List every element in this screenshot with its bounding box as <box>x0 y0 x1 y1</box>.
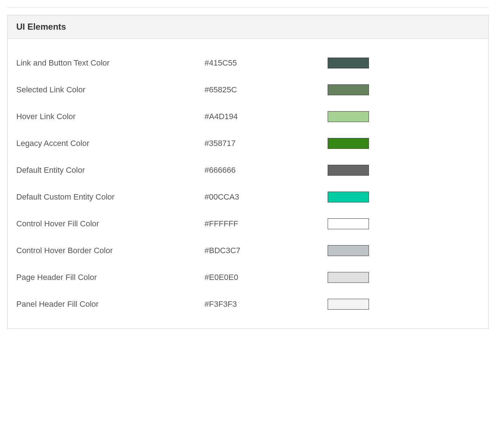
color-row-legacy-accent: Legacy Accent Color #358717 <box>16 130 480 157</box>
color-swatch[interactable] <box>328 84 369 95</box>
color-label: Legacy Accent Color <box>16 139 205 148</box>
color-value: #358717 <box>205 139 328 148</box>
ui-elements-panel: UI Elements Link and Button Text Color #… <box>7 15 489 329</box>
color-value: #FFFFFF <box>205 219 328 229</box>
color-label: Panel Header Fill Color <box>16 300 205 309</box>
color-value: #00CCA3 <box>205 192 328 202</box>
color-value: #BDC3C7 <box>205 246 328 255</box>
color-swatch[interactable] <box>328 58 369 68</box>
panel-header: UI Elements <box>8 15 488 39</box>
color-swatch[interactable] <box>328 218 369 229</box>
color-swatch[interactable] <box>328 245 369 256</box>
top-divider <box>7 7 489 8</box>
color-value: #E0E0E0 <box>205 273 328 282</box>
color-value: #F3F3F3 <box>205 300 328 309</box>
color-label: Page Header Fill Color <box>16 273 205 282</box>
panel-title: UI Elements <box>16 22 480 32</box>
color-row-default-custom-entity: Default Custom Entity Color #00CCA3 <box>16 184 480 210</box>
color-row-control-hover-fill: Control Hover Fill Color #FFFFFF <box>16 210 480 237</box>
color-row-page-header-fill: Page Header Fill Color #E0E0E0 <box>16 264 480 291</box>
color-value: #A4D194 <box>205 112 328 121</box>
color-row-hover-link: Hover Link Color #A4D194 <box>16 103 480 130</box>
color-row-panel-header-fill: Panel Header Fill Color #F3F3F3 <box>16 291 480 318</box>
color-value: #65825C <box>205 85 328 95</box>
color-swatch[interactable] <box>328 165 369 176</box>
color-swatch[interactable] <box>328 138 369 149</box>
color-value: #415C55 <box>205 58 328 68</box>
color-label: Default Custom Entity Color <box>16 192 205 202</box>
color-swatch[interactable] <box>328 192 369 202</box>
color-row-control-hover-border: Control Hover Border Color #BDC3C7 <box>16 237 480 264</box>
color-label: Control Hover Border Color <box>16 246 205 255</box>
color-label: Selected Link Color <box>16 85 205 95</box>
color-label: Control Hover Fill Color <box>16 219 205 229</box>
color-swatch[interactable] <box>328 299 369 310</box>
color-row-default-entity: Default Entity Color #666666 <box>16 157 480 184</box>
color-value: #666666 <box>205 166 328 175</box>
color-swatch[interactable] <box>328 111 369 122</box>
color-row-selected-link: Selected Link Color #65825C <box>16 76 480 103</box>
panel-body: Link and Button Text Color #415C55 Selec… <box>8 39 488 328</box>
color-label: Link and Button Text Color <box>16 58 205 68</box>
color-row-link-button-text: Link and Button Text Color #415C55 <box>16 50 480 76</box>
color-swatch[interactable] <box>328 272 369 283</box>
color-label: Default Entity Color <box>16 166 205 175</box>
color-label: Hover Link Color <box>16 112 205 121</box>
